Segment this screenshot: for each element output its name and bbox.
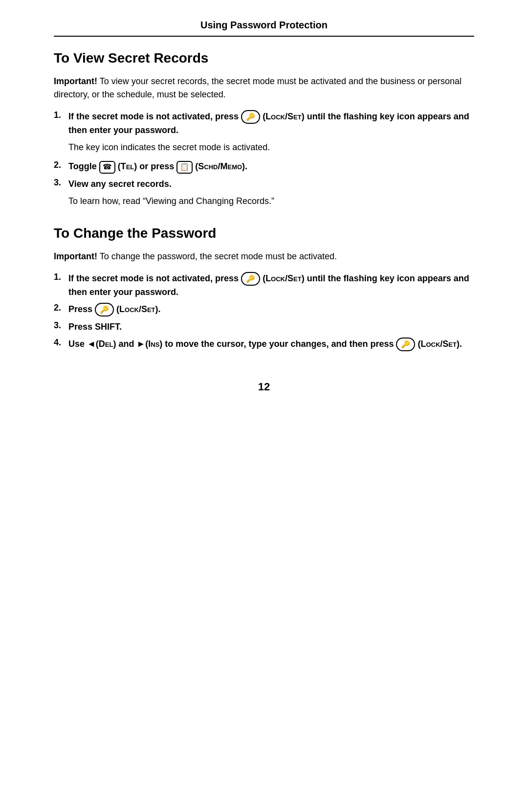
section1-title: To View Secret Records <box>54 50 474 66</box>
section1-step1-subtext: The key icon indicates the secret mode i… <box>54 141 474 154</box>
s2-step2-content: Press 🔑 (Lock/Set). <box>68 303 161 316</box>
section1-important-label: Important! <box>54 76 97 86</box>
section2-step4: 4. Use ◄(Del) and ►(Ins) to move the cur… <box>54 338 474 351</box>
step2-num: 2. <box>54 160 68 170</box>
section1-step3-subtext: To learn how, read “Viewing and Changing… <box>54 195 474 208</box>
section1-important-text: To view your secret records, the secret … <box>54 76 462 99</box>
schd-key-icon: 📋 <box>176 161 193 174</box>
section1-step3: 3. View any secret records. <box>54 178 474 191</box>
section2-step3: 3. Press SHIFT. <box>54 320 474 334</box>
section1-step1: 1. If the secret mode is not activated, … <box>54 110 474 137</box>
section1-step2: 2. Toggle ☎ (Tel) or press 📋 (Schd/Memo)… <box>54 160 474 173</box>
step1-num: 1. <box>54 110 68 120</box>
s2-step2-num: 2. <box>54 303 68 313</box>
page-number: 12 <box>54 381 474 393</box>
lock-key-icon-1: 🔑 <box>241 110 260 124</box>
tel-key-icon: ☎ <box>99 161 115 174</box>
lock-key-icon-2: 🔑 <box>241 272 260 286</box>
s2-step4-num: 4. <box>54 338 68 348</box>
s2-step3-content: Press SHIFT. <box>68 320 122 334</box>
step1-content: If the secret mode is not activated, pre… <box>68 110 474 137</box>
s2-step3-num: 3. <box>54 320 68 331</box>
step2-content: Toggle ☎ (Tel) or press 📋 (Schd/Memo). <box>68 160 247 173</box>
section-change-password: To Change the Password Important! To cha… <box>54 226 474 352</box>
section2-important-text: To change the password, the secret mode … <box>97 251 337 261</box>
header-title: Using Password Protection <box>200 20 328 30</box>
page-container: Using Password Protection To View Secret… <box>44 0 484 423</box>
lock-key-icon-4: 🔑 <box>396 338 415 351</box>
lock-key-icon-3: 🔑 <box>95 303 114 316</box>
section2-step2: 2. Press 🔑 (Lock/Set). <box>54 303 474 316</box>
s2-step1-content: If the secret mode is not activated, pre… <box>68 272 474 299</box>
s2-step4-content: Use ◄(Del) and ►(Ins) to move the cursor… <box>68 338 462 351</box>
header-divider <box>54 36 474 37</box>
step3-num: 3. <box>54 178 68 188</box>
s2-step1-num: 1. <box>54 272 68 282</box>
page-header: Using Password Protection <box>54 20 474 31</box>
section2-important: Important! To change the password, the s… <box>54 250 474 263</box>
section2-title: To Change the Password <box>54 226 474 241</box>
section-view-secret-records: To View Secret Records Important! To vie… <box>54 50 474 208</box>
section2-important-label: Important! <box>54 251 97 261</box>
section1-important: Important! To view your secret records, … <box>54 75 474 101</box>
section2-step1: 1. If the secret mode is not activated, … <box>54 272 474 299</box>
step3-content: View any secret records. <box>68 178 172 191</box>
